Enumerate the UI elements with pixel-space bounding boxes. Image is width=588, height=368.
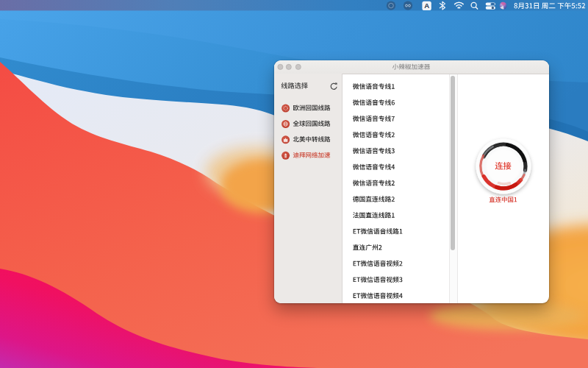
svg-text:A: A — [424, 1, 429, 10]
